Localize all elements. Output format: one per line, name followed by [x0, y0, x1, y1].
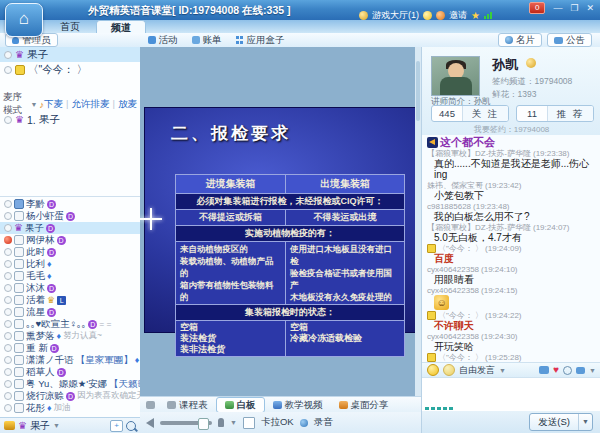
- app-box-button[interactable]: 应用盒子: [236, 34, 285, 47]
- notice-button[interactable]: 公告: [547, 33, 592, 47]
- emoji-search-icon[interactable]: [443, 364, 455, 376]
- send-options-dropdown[interactable]: ▼: [578, 414, 592, 430]
- close-button[interactable]: ✕: [586, 3, 594, 13]
- chevron-down-icon[interactable]: ▼: [499, 367, 506, 374]
- screenshot-icon[interactable]: [539, 366, 549, 374]
- tab-home[interactable]: 首页: [46, 20, 94, 33]
- flower-count: 鲜花：1393: [492, 89, 536, 101]
- chat-bubble-icon[interactable]: [576, 367, 585, 374]
- history-icon[interactable]: [563, 366, 572, 375]
- owner-row[interactable]: ♛ 果子: [0, 47, 140, 62]
- treasure-icon[interactable]: [4, 421, 15, 430]
- member-row[interactable]: 杨小虾蛋D: [0, 210, 140, 222]
- speaker-icon[interactable]: [146, 418, 154, 428]
- member-row[interactable]: 沐沐D: [0, 282, 140, 294]
- member-row-self[interactable]: ♛果子D: [0, 222, 140, 234]
- member-row[interactable]: 比利♦: [0, 258, 140, 270]
- activity-button[interactable]: 活动: [148, 34, 178, 47]
- follow-button[interactable]: 445 关 注: [431, 105, 509, 122]
- member-row-speaking[interactable]: 网伊林D: [0, 234, 140, 246]
- sender-name[interactable]: 〈"今今： 〉: [438, 244, 483, 253]
- chevron-down-icon[interactable]: ▼: [589, 367, 596, 374]
- recommend-button[interactable]: 11 推 荐: [516, 105, 594, 122]
- member-row[interactable]: 毛毛♦: [0, 270, 140, 282]
- home-icon[interactable]: ⌂: [5, 3, 43, 37]
- collapse-icon[interactable]: [146, 401, 155, 409]
- restore-button[interactable]: ❐: [570, 3, 578, 13]
- volume-slider-thumb[interactable]: [198, 418, 209, 430]
- chat-input-area[interactable]: [422, 377, 600, 412]
- member-row[interactable]: 潇潇ノ千语【皇家軍團】♦: [0, 354, 140, 366]
- follow-count: 445: [432, 106, 463, 121]
- mic-allow-link[interactable]: 允许排麦: [72, 98, 110, 111]
- chevron-down-icon[interactable]: ▼: [53, 422, 60, 429]
- queue-name: 果子: [39, 113, 60, 127]
- mic-down-link[interactable]: 下麦: [44, 98, 63, 111]
- emoji-icon[interactable]: [427, 364, 439, 376]
- select-radio[interactable]: [4, 51, 12, 59]
- admin-shirt-icon: [15, 65, 25, 75]
- tab-desktop-share[interactable]: 桌面分享: [331, 398, 397, 412]
- sender-name[interactable]: 〈"今今： 〉: [438, 353, 483, 362]
- heart-icon[interactable]: ♥: [553, 365, 559, 375]
- message-time: (19:23:48): [473, 202, 509, 211]
- select-radio[interactable]: [4, 66, 12, 74]
- chevron-down-icon[interactable]: ▼: [230, 419, 237, 426]
- sender-name[interactable]: 【霜狼軍校】DZ-扶苏-萨华隆: [427, 149, 531, 158]
- smiley-icon[interactable]: [423, 11, 432, 20]
- sender-name[interactable]: cyx406422358: [427, 265, 479, 274]
- member-row[interactable]: 稻草人D: [0, 366, 140, 378]
- resize-grip[interactable]: [425, 407, 453, 410]
- member-row[interactable]: 粤 Yu、嫄嫄★'安娜【天籁歌手】: [0, 378, 140, 390]
- message-count-badge[interactable]: 0: [529, 2, 545, 14]
- admin-row[interactable]: 〈"今今： 〉: [0, 62, 140, 77]
- message-text: 开玩笑哈: [427, 341, 600, 352]
- admin-person-icon: [12, 37, 19, 44]
- card-button[interactable]: 名片: [498, 33, 542, 47]
- audio-control-bar: ▼ 卡拉OK 录音: [140, 412, 421, 433]
- add-member-icon[interactable]: +: [110, 420, 123, 432]
- member-row[interactable]: 流星D: [0, 306, 140, 318]
- bill-button[interactable]: 账单: [192, 34, 222, 47]
- member-row[interactable]: 李黔D: [0, 198, 140, 210]
- member-row[interactable]: 活着♛L: [0, 294, 140, 306]
- mic-queue-row[interactable]: ♛ 1. 果子: [0, 113, 140, 127]
- member-row[interactable]: ｡｡♥欧宣主♀｡｡D= =: [0, 318, 140, 330]
- sender-name[interactable]: 【霜狼軍校】DZ-扶苏-萨华隆: [427, 223, 531, 232]
- sender-name[interactable]: cyx406422358: [427, 332, 479, 341]
- member-row[interactable]: 花彤♦加油: [0, 402, 140, 414]
- lecturer-avatar[interactable]: [431, 56, 480, 96]
- chat-message-list[interactable]: 这个都不会 【霜狼軍校】DZ-扶苏-萨华隆(19:23:38) 真的......…: [422, 135, 600, 362]
- speak-mode-dropdown[interactable]: 自由发言: [459, 364, 495, 377]
- send-button[interactable]: 发送(S) ▼: [529, 413, 593, 431]
- message-text: 百度: [427, 253, 600, 264]
- tab-whiteboard[interactable]: 白板: [216, 397, 265, 413]
- whiteboard-stage[interactable]: 二、报检要求 进境集装箱 出境集装箱 必须对集装箱进行报检，未经报检或CIQ许可…: [140, 47, 421, 396]
- tab-channel[interactable]: 频道: [96, 20, 146, 34]
- chevron-down-icon[interactable]: ▼: [30, 101, 37, 108]
- member-row[interactable]: 重 新D: [0, 342, 140, 354]
- member-row[interactable]: 烧行凉赊D因为表喜欢确定无房间: [0, 390, 140, 402]
- select-radio[interactable]: [4, 116, 12, 124]
- record-icon[interactable]: [300, 419, 308, 427]
- sparkle-decoration: [140, 208, 162, 230]
- search-icon[interactable]: [126, 421, 136, 431]
- fruit-icon[interactable]: [436, 11, 445, 20]
- current-user-name[interactable]: 果子: [30, 419, 50, 433]
- sender-name[interactable]: cyx406422358: [427, 286, 479, 295]
- owner-crown-icon: ♛: [14, 223, 23, 233]
- tab-teaching-video[interactable]: 教学视频: [265, 398, 331, 412]
- karaoke-checkbox[interactable]: [243, 417, 255, 429]
- member-shirt-icon: [14, 391, 24, 401]
- member-row[interactable]: 熏梦落♦努力认真~: [0, 330, 140, 342]
- volume-slider[interactable]: [160, 421, 212, 425]
- tab-schedule[interactable]: 课程表: [159, 398, 216, 412]
- microphone-icon[interactable]: [218, 418, 224, 427]
- mic-release-link[interactable]: 放麦: [118, 98, 137, 111]
- sender-name[interactable]: c981885628: [427, 202, 471, 211]
- minimize-button[interactable]: —: [553, 3, 562, 13]
- slide: 二、报检要求 进境集装箱 出境集装箱 必须对集装箱进行报检，未经报检或CIQ许可…: [145, 108, 416, 332]
- sender-name[interactable]: 姝祎、傑家宝哥: [427, 181, 483, 190]
- sender-name[interactable]: 〈"今今： 〉: [438, 311, 483, 320]
- member-row[interactable]: 此时D: [0, 246, 140, 258]
